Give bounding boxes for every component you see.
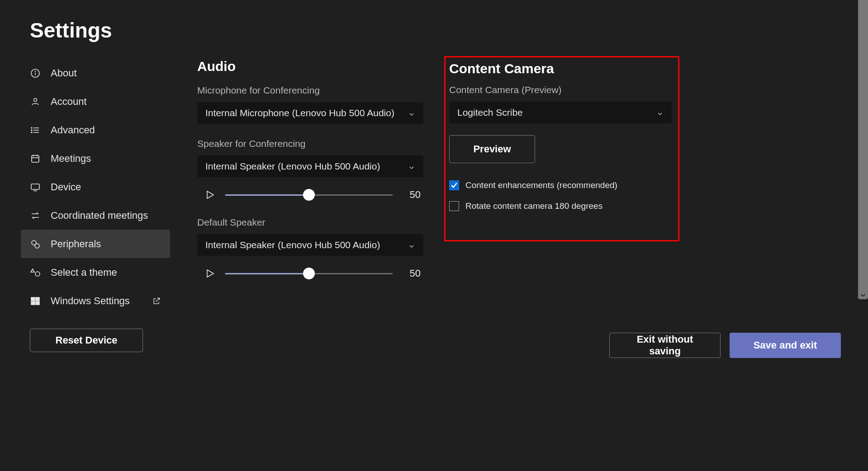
chevron-down-icon xyxy=(656,109,664,116)
svg-rect-20 xyxy=(36,297,39,301)
default-speaker-select[interactable]: Internal Speaker (Lenovo Hub 500 Audio) xyxy=(197,234,423,256)
svg-rect-10 xyxy=(32,155,39,162)
sidebar-item-windows-settings[interactable]: Windows Settings xyxy=(21,287,170,315)
microphone-selected-value: Internal Microphone (Lenovo Hub 500 Audi… xyxy=(205,108,394,118)
svg-rect-19 xyxy=(31,297,35,301)
sidebar-item-label: Device xyxy=(51,181,81,193)
speaker-conf-volume-value: 50 xyxy=(403,189,421,201)
sidebar-item-label: Windows Settings xyxy=(51,295,130,307)
play-test-sound-button[interactable] xyxy=(204,268,215,279)
rotate-camera-checkbox[interactable]: Rotate content camera 180 degrees xyxy=(449,201,672,211)
svg-rect-14 xyxy=(31,184,39,189)
sidebar-item-meetings[interactable]: Meetings xyxy=(21,144,170,173)
scroll-down-icon[interactable] xyxy=(859,291,867,299)
audio-section: Audio Microphone for Conferencing Intern… xyxy=(197,59,423,352)
default-speaker-volume-value: 50 xyxy=(403,268,421,279)
sidebar-item-label: Meetings xyxy=(51,153,91,165)
content-enhancements-checkbox[interactable]: Content enhancements (recommended) xyxy=(449,180,672,190)
external-link-icon xyxy=(152,297,161,306)
sidebar-item-peripherals[interactable]: Peripherals xyxy=(21,230,170,258)
calendar-icon xyxy=(30,153,41,164)
content-camera-select[interactable]: Logitech Scribe xyxy=(449,102,672,123)
settings-sidebar: About Account Advanced Meetings xyxy=(30,59,170,352)
shapes-icon xyxy=(30,267,41,278)
scrollbar[interactable] xyxy=(858,0,868,298)
sidebar-item-label: Advanced xyxy=(51,124,95,136)
speaker-conf-label: Speaker for Conferencing xyxy=(197,138,423,149)
sidebar-item-label: Account xyxy=(51,96,87,108)
footer-actions: Exit without saving Save and exit xyxy=(609,333,841,358)
windows-icon xyxy=(30,296,41,306)
chevron-down-icon xyxy=(408,163,415,170)
default-speaker-label: Default Speaker xyxy=(197,217,423,228)
chevron-down-icon xyxy=(408,109,415,117)
slider-thumb[interactable] xyxy=(303,189,315,201)
sidebar-item-label: Select a theme xyxy=(51,267,117,278)
info-icon xyxy=(30,68,41,79)
default-speaker-volume-slider[interactable] xyxy=(225,269,393,278)
reset-device-button[interactable]: Reset Device xyxy=(30,329,143,352)
sidebar-item-label: Peripherals xyxy=(51,238,101,250)
save-and-exit-button[interactable]: Save and exit xyxy=(730,333,841,358)
page-title: Settings xyxy=(30,18,868,42)
default-speaker-selected-value: Internal Speaker (Lenovo Hub 500 Audio) xyxy=(205,240,380,250)
checkbox-unchecked-icon xyxy=(449,201,459,211)
svg-point-3 xyxy=(34,98,37,101)
sidebar-item-about[interactable]: About xyxy=(21,59,170,87)
svg-point-18 xyxy=(35,272,40,276)
sidebar-item-label: About xyxy=(51,67,77,79)
audio-title: Audio xyxy=(197,59,423,74)
preview-button[interactable]: Preview xyxy=(449,135,535,163)
monitor-icon xyxy=(30,182,41,193)
play-test-sound-button[interactable] xyxy=(204,189,215,200)
list-icon xyxy=(30,125,41,136)
slider-thumb[interactable] xyxy=(303,268,315,279)
svg-point-2 xyxy=(35,71,36,71)
sidebar-item-device[interactable]: Device xyxy=(21,173,170,201)
microphone-select[interactable]: Internal Microphone (Lenovo Hub 500 Audi… xyxy=(197,102,423,124)
content-camera-preview-label: Content Camera (Preview) xyxy=(449,85,672,95)
svg-rect-22 xyxy=(36,301,39,305)
content-camera-title: Content Camera xyxy=(449,61,672,76)
content-camera-section: Content Camera Content Camera (Preview) … xyxy=(449,59,679,352)
swap-icon xyxy=(30,210,41,221)
chevron-down-icon xyxy=(408,241,415,249)
speaker-conf-select[interactable]: Internal Speaker (Lenovo Hub 500 Audio) xyxy=(197,155,423,177)
peripherals-icon xyxy=(30,239,41,250)
highlight-annotation: Content Camera Content Camera (Preview) … xyxy=(444,56,679,241)
person-icon xyxy=(30,96,41,107)
content-camera-selected-value: Logitech Scribe xyxy=(457,107,523,118)
sidebar-item-label: Coordinated meetings xyxy=(51,210,148,221)
checkbox-checked-icon xyxy=(449,180,459,190)
svg-point-8 xyxy=(31,130,32,131)
sidebar-item-theme[interactable]: Select a theme xyxy=(21,258,170,287)
svg-point-7 xyxy=(31,127,32,128)
exit-without-saving-button[interactable]: Exit without saving xyxy=(609,333,721,358)
sidebar-item-account[interactable]: Account xyxy=(21,87,170,116)
svg-point-17 xyxy=(35,244,39,248)
sidebar-item-advanced[interactable]: Advanced xyxy=(21,116,170,144)
microphone-label: Microphone for Conferencing xyxy=(197,85,423,96)
svg-point-9 xyxy=(31,132,32,133)
svg-rect-21 xyxy=(31,301,35,305)
sidebar-item-coordinated-meetings[interactable]: Coordinated meetings xyxy=(21,201,170,230)
content-enhancements-label: Content enhancements (recommended) xyxy=(465,180,617,190)
speaker-conf-selected-value: Internal Speaker (Lenovo Hub 500 Audio) xyxy=(205,161,380,172)
speaker-conf-volume-slider[interactable] xyxy=(225,190,393,199)
rotate-camera-label: Rotate content camera 180 degrees xyxy=(465,201,602,211)
